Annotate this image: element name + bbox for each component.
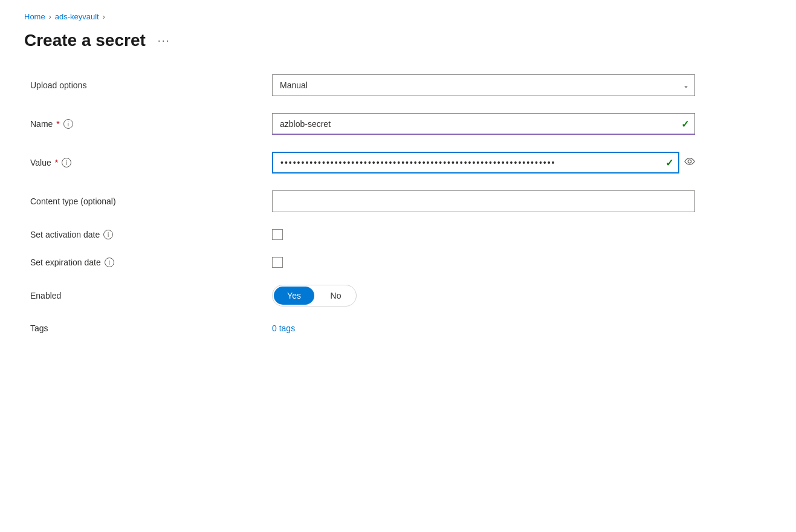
activation-date-label: Set activation date i	[30, 230, 260, 239]
name-input-wrapper: ✓	[272, 113, 695, 135]
expiration-date-label-text: Set expiration date	[30, 258, 101, 267]
content-type-input-wrapper	[272, 190, 695, 212]
name-info-icon[interactable]: i	[63, 119, 73, 129]
upload-options-label: Upload options	[30, 80, 260, 90]
enabled-yes-button[interactable]: Yes	[274, 287, 314, 305]
tags-link[interactable]: 0 tags	[272, 323, 295, 333]
activation-date-label-text: Set activation date	[30, 230, 100, 239]
value-required-star: *	[55, 158, 58, 167]
enabled-label: Enabled	[30, 291, 260, 300]
breadcrumb-sep-2: ›	[103, 13, 105, 21]
upload-options-wrapper: Manual Certificate ⌄	[272, 74, 695, 96]
expiration-date-row: Set expiration date i	[30, 257, 772, 268]
name-required-star: *	[56, 119, 59, 129]
tags-wrapper: 0 tags	[272, 323, 695, 333]
activation-date-checkbox-wrapper	[272, 229, 283, 240]
content-type-label: Content type (optional)	[30, 196, 260, 206]
expiration-date-checkbox-wrapper	[272, 257, 283, 268]
activation-date-row: Set activation date i	[30, 229, 772, 240]
name-input[interactable]	[272, 113, 695, 135]
breadcrumb: Home › ads-keyvault ›	[24, 12, 772, 21]
breadcrumb-home[interactable]: Home	[24, 12, 45, 21]
breadcrumb-vault[interactable]: ads-keyvault	[55, 12, 99, 21]
value-input[interactable]	[272, 152, 679, 174]
name-row: Name * i ✓	[30, 113, 772, 135]
create-secret-form: Upload options Manual Certificate ⌄ Name…	[24, 74, 772, 333]
activation-date-info-icon[interactable]: i	[103, 230, 113, 239]
expiration-date-info-icon[interactable]: i	[105, 258, 114, 267]
enabled-no-button[interactable]: No	[315, 285, 356, 306]
expiration-date-checkbox[interactable]	[272, 257, 283, 268]
name-input-container: ✓	[272, 113, 695, 135]
value-row: Value * i ✓	[30, 152, 772, 174]
value-label-text: Value	[30, 158, 51, 167]
value-input-wrapper: ✓	[272, 152, 695, 174]
upload-options-select-wrapper: Manual Certificate ⌄	[272, 74, 695, 96]
content-type-row: Content type (optional)	[30, 190, 772, 212]
tags-row: Tags 0 tags	[30, 323, 772, 333]
upload-options-row: Upload options Manual Certificate ⌄	[30, 74, 772, 96]
page-title: Create a secret	[24, 31, 146, 50]
name-label: Name * i	[30, 119, 260, 129]
value-label: Value * i	[30, 158, 260, 167]
name-label-text: Name	[30, 119, 53, 129]
value-input-container: ✓	[272, 152, 679, 174]
upload-options-select[interactable]: Manual Certificate	[272, 74, 695, 96]
breadcrumb-sep-1: ›	[49, 13, 51, 21]
page-menu-button[interactable]: ···	[153, 32, 175, 50]
enabled-row: Enabled Yes No	[30, 285, 772, 307]
activation-date-checkbox[interactable]	[272, 229, 283, 240]
page-header: Create a secret ···	[24, 31, 772, 50]
content-type-input[interactable]	[272, 190, 695, 212]
enabled-toggle[interactable]: Yes No	[272, 285, 357, 307]
name-checkmark-icon: ✓	[681, 118, 689, 130]
value-toggle-visibility-button[interactable]	[684, 157, 695, 168]
expiration-date-label: Set expiration date i	[30, 258, 260, 267]
value-info-icon[interactable]: i	[62, 158, 71, 167]
tags-label: Tags	[30, 323, 260, 333]
svg-point-0	[688, 160, 691, 163]
value-checkmark-icon: ✓	[665, 157, 673, 169]
